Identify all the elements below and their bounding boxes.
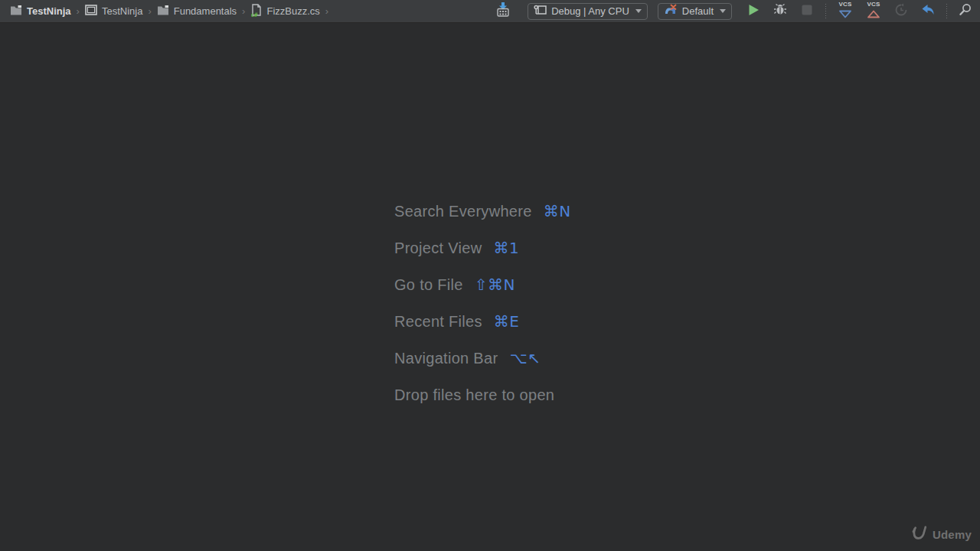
run-config-icon bbox=[534, 4, 547, 18]
play-icon bbox=[748, 4, 760, 19]
hint-label: Navigation Bar bbox=[394, 350, 498, 367]
undo-icon bbox=[921, 4, 935, 19]
breadcrumb-separator: › bbox=[74, 5, 83, 17]
hint-shortcut: ⌘N bbox=[544, 202, 571, 220]
hint-shortcut: ⌥↖ bbox=[509, 349, 541, 367]
toolbar-separator bbox=[825, 4, 826, 19]
folder-icon bbox=[10, 5, 22, 18]
breadcrumb-item-label: TestNinja bbox=[27, 5, 71, 17]
breadcrumb-item-label: TestNinja bbox=[102, 5, 142, 17]
folder-icon bbox=[157, 5, 169, 18]
breadcrumb-item-project[interactable]: TestNinja bbox=[83, 5, 145, 18]
breadcrumb-item-label: FizzBuzz.cs bbox=[266, 5, 319, 17]
vcs-update-icon bbox=[838, 8, 852, 21]
build-configuration-select[interactable]: Default bbox=[658, 3, 732, 20]
hint-label: Project View bbox=[394, 240, 482, 257]
vcs-update-label: VCS bbox=[838, 2, 851, 8]
vcs-commit-label: VCS bbox=[867, 2, 880, 8]
project-icon bbox=[85, 5, 97, 18]
main-toolbar: TestNinja › TestNinja › Fundamentals › bbox=[0, 0, 980, 23]
hint-label: Go to File bbox=[394, 276, 463, 294]
search-icon bbox=[959, 3, 972, 20]
hint-search-everywhere: Search Everywhere ⌘N bbox=[394, 193, 571, 230]
hint-label: Search Everywhere bbox=[394, 203, 532, 220]
stop-button[interactable] bbox=[799, 3, 815, 20]
udemy-label: Udemy bbox=[933, 528, 972, 541]
undo-button[interactable] bbox=[920, 3, 936, 20]
breadcrumb-separator: › bbox=[239, 5, 248, 17]
vcs-commit-icon bbox=[867, 8, 880, 21]
editor-area: Search Everywhere ⌘N Project View ⌘1 Go … bbox=[0, 24, 980, 551]
search-everywhere-button[interactable] bbox=[957, 3, 974, 20]
run-button[interactable] bbox=[745, 3, 762, 20]
hint-shortcut: ⌘E bbox=[494, 312, 520, 331]
breadcrumb-item-solution[interactable]: TestNinja bbox=[8, 5, 74, 18]
hint-shortcut: ⌘1 bbox=[493, 239, 519, 257]
hint-label: Drop files here to open bbox=[394, 386, 554, 404]
history-icon bbox=[894, 3, 908, 20]
vcs-commit-button[interactable]: VCS bbox=[864, 2, 883, 21]
run-configuration-select[interactable]: Debug | Any CPU bbox=[528, 3, 648, 20]
hint-drop-files: Drop files here to open bbox=[394, 377, 571, 413]
svg-text:c#: c# bbox=[251, 11, 259, 17]
udemy-watermark: Udemy bbox=[911, 525, 972, 544]
hint-navigation-bar: Navigation Bar ⌥↖ bbox=[394, 340, 571, 377]
build-config-icon bbox=[664, 4, 678, 18]
debug-button[interactable] bbox=[772, 3, 789, 20]
udemy-logo-icon bbox=[911, 525, 928, 544]
toolbar-actions: Debug | Any CPU Default bbox=[495, 2, 974, 21]
hint-shortcut: ⇧⌘N bbox=[475, 276, 515, 294]
breadcrumb: TestNinja › TestNinja › Fundamentals › bbox=[8, 4, 332, 19]
hint-go-to-file: Go to File ⇧⌘N bbox=[394, 266, 571, 303]
breadcrumb-separator: › bbox=[145, 5, 154, 17]
vcs-update-button[interactable]: VCS bbox=[836, 2, 854, 21]
download-icon bbox=[495, 2, 511, 21]
shortcut-hints: Search Everywhere ⌘N Project View ⌘1 Go … bbox=[394, 193, 571, 413]
build-configuration-label: Default bbox=[682, 5, 714, 17]
stop-icon bbox=[802, 5, 812, 18]
breadcrumb-separator: › bbox=[322, 5, 332, 17]
breadcrumb-item-folder[interactable]: Fundamentals bbox=[155, 5, 239, 18]
csharp-file-icon: c# bbox=[250, 4, 262, 19]
download-button[interactable] bbox=[495, 3, 511, 20]
local-history-button[interactable] bbox=[893, 3, 910, 20]
hint-project-view: Project View ⌘1 bbox=[394, 230, 571, 266]
breadcrumb-item-file[interactable]: c# FizzBuzz.cs bbox=[248, 4, 322, 19]
toolbar-separator bbox=[946, 4, 947, 19]
hint-label: Recent Files bbox=[394, 313, 482, 331]
chevron-down-icon bbox=[720, 9, 726, 13]
run-configuration-label: Debug | Any CPU bbox=[551, 5, 629, 17]
bug-icon bbox=[773, 3, 787, 20]
hint-recent-files: Recent Files ⌘E bbox=[394, 303, 571, 340]
chevron-down-icon bbox=[635, 9, 642, 13]
breadcrumb-item-label: Fundamentals bbox=[174, 5, 237, 17]
